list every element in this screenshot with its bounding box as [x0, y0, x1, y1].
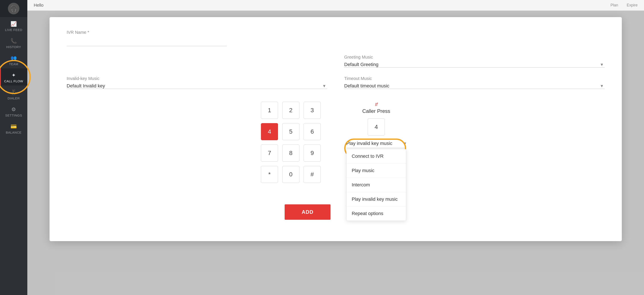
dialer-icon: 📱 — [10, 89, 17, 95]
topbar-expire: Expire — [627, 3, 638, 8]
modal: IVR Name * Greeting Music Default Greeti… — [50, 17, 622, 241]
logo-circle: 🎧 — [8, 3, 20, 14]
invalid-key-music-group: Invalid-key Music Default Invalid key ▾ — [66, 76, 327, 89]
action-dropdown-container: Play invalid key music ▾ Connect to IVR … — [346, 141, 406, 148]
call-flow-icon: ✦ — [12, 72, 16, 78]
key-3[interactable]: 3 — [304, 102, 321, 119]
action-select-arrow: ▾ — [404, 141, 406, 146]
key-4[interactable]: 4 — [261, 123, 278, 140]
caller-press-panel: If Caller Press 4 Play invalid key music… — [342, 102, 410, 148]
key-1[interactable]: 1 — [261, 102, 278, 119]
keypad-section: 1 2 3 4 5 6 7 8 9 * 0 # — [66, 102, 605, 183]
sidebar-item-call-flow[interactable]: ✦ CALL FLOW — [0, 68, 27, 86]
dropdown-item-intercom[interactable]: Intercom — [346, 178, 406, 192]
key-9[interactable]: 9 — [304, 145, 321, 162]
sidebar-item-balance[interactable]: 💳 BALANCE — [0, 120, 27, 137]
dropdown-item-play-music[interactable]: Play music — [346, 164, 406, 178]
sidebar-item-dialer[interactable]: 📱 DIALER — [0, 86, 27, 103]
sidebar-logo: 🎧 — [0, 0, 27, 17]
key-8[interactable]: 8 — [282, 145, 299, 162]
topbar: Hello Plan Expire — [27, 0, 644, 11]
greeting-music-label: Greeting Music — [344, 55, 605, 60]
greeting-music-group: Greeting Music Default Greeting ▾ — [344, 55, 605, 68]
caller-press-if: If — [375, 102, 378, 107]
music-row-bottom: Invalid-key Music Default Invalid key ▾ … — [66, 76, 605, 89]
history-icon: 📞 — [10, 38, 17, 44]
key-7[interactable]: 7 — [261, 145, 278, 162]
sidebar-label-settings: SETTINGS — [5, 114, 22, 117]
music-row-top: Greeting Music Default Greeting ▾ — [66, 55, 605, 68]
invalid-key-music-arrow: ▾ — [323, 83, 326, 89]
caller-press-value: 4 — [374, 124, 378, 130]
sidebar-label-team: TEAM — [9, 62, 18, 66]
topbar-hello: Hello — [34, 3, 610, 8]
sidebar-item-settings[interactable]: ⚙ SETTINGS — [0, 103, 27, 120]
modal-body: IVR Name * Greeting Music Default Greeti… — [50, 17, 622, 241]
caller-press-label: Caller Press — [362, 108, 390, 114]
team-icon: 👥 — [10, 55, 17, 61]
caller-press-number: 4 — [368, 118, 385, 136]
invalid-key-music-value: Default Invalid key — [66, 82, 113, 90]
ivr-name-group: IVR Name * — [66, 30, 227, 46]
sidebar-item-history[interactable]: 📞 HISTORY — [0, 34, 27, 51]
key-star[interactable]: * — [261, 166, 278, 183]
sidebar-label-dialer: DIALER — [8, 96, 20, 100]
greeting-music-select[interactable]: Default Greeting ▾ — [344, 62, 605, 68]
sidebar-label-history: HISTORY — [6, 45, 21, 49]
topbar-right: Plan Expire — [610, 3, 638, 8]
dropdown-item-repeat-options[interactable]: Repeat options — [346, 206, 406, 221]
modal-overlay: IVR Name * Greeting Music Default Greeti… — [27, 11, 644, 295]
key-6[interactable]: 6 — [304, 123, 321, 140]
ivr-name-label: IVR Name * — [66, 30, 227, 35]
add-button[interactable]: ADD — [285, 204, 330, 220]
timeout-music-select[interactable]: Default timeout music ▾ — [344, 83, 605, 89]
sidebar-label-call-flow: CALL FLOW — [4, 79, 23, 83]
main-content: Hello Plan Expire IVR Name * — [27, 0, 644, 295]
action-select-value: Play invalid key music — [346, 141, 402, 146]
key-2[interactable]: 2 — [282, 102, 299, 119]
sidebar-item-team[interactable]: 👥 TEAM — [0, 51, 27, 68]
invalid-key-music-label: Invalid-key Music — [66, 76, 327, 81]
keypad: 1 2 3 4 5 6 7 8 9 * 0 # — [261, 102, 321, 183]
sidebar-label-live-feed: LIVE FEED — [5, 28, 22, 32]
topbar-plan: Plan — [610, 3, 618, 8]
sidebar: 🎧 📈 LIVE FEED 📞 HISTORY 👥 TEAM ✦ CALL FL… — [0, 0, 27, 295]
timeout-music-group: Timeout Music Default timeout music ▾ — [344, 76, 605, 89]
greeting-music-placeholder — [66, 55, 327, 68]
timeout-music-label: Timeout Music — [344, 76, 605, 81]
balance-icon: 💳 — [10, 124, 17, 130]
settings-icon: ⚙ — [11, 106, 16, 112]
sidebar-item-live-feed[interactable]: 📈 LIVE FEED — [0, 17, 27, 34]
greeting-music-value: Default Greeting — [344, 60, 386, 69]
dropdown-item-connect-ivr[interactable]: Connect to IVR — [346, 149, 406, 164]
key-5[interactable]: 5 — [282, 123, 299, 140]
invalid-key-music-select[interactable]: Default Invalid key ▾ — [66, 83, 327, 89]
key-hash[interactable]: # — [304, 166, 321, 183]
action-select[interactable]: Play invalid key music ▾ — [346, 141, 406, 148]
action-dropdown-menu: Connect to IVR Play music Intercom Play … — [346, 149, 406, 221]
timeout-music-value: Default timeout music — [344, 82, 397, 90]
live-feed-icon: 📈 — [10, 21, 17, 27]
ivr-name-input[interactable] — [66, 37, 227, 46]
timeout-music-arrow: ▾ — [601, 83, 603, 89]
sidebar-label-balance: BALANCE — [6, 131, 22, 134]
key-0[interactable]: 0 — [282, 166, 299, 183]
ivr-name-section: IVR Name * — [66, 30, 605, 46]
headset-icon: 🎧 — [10, 5, 18, 12]
greeting-music-arrow: ▾ — [601, 62, 603, 67]
modal-footer: ADD CANCEL — [66, 196, 605, 230]
dropdown-item-play-invalid-key[interactable]: Play invalid key music — [346, 192, 406, 206]
